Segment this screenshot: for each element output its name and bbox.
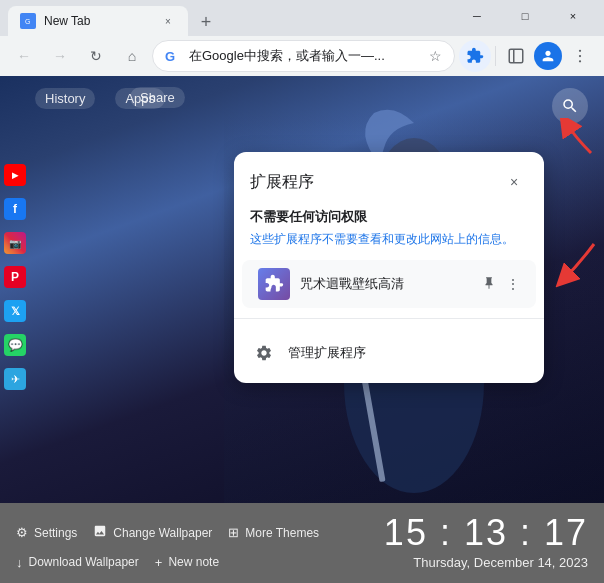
popup-title: 扩展程序 [250, 172, 314, 193]
share-area: Share [130, 88, 185, 106]
download-wallpaper-action[interactable]: ↓ Download Wallpaper [16, 555, 139, 570]
svg-text:G: G [165, 49, 175, 64]
clock-display: 15 : 13 : 17 [384, 515, 588, 551]
back-button[interactable]: ← [8, 40, 40, 72]
new-tab-button[interactable]: + [192, 8, 220, 36]
browser-tab[interactable]: G New Tab × [8, 6, 188, 36]
google-icon: G [165, 48, 181, 64]
reload-button[interactable]: ↻ [80, 40, 112, 72]
themes-action[interactable]: ⊞ More Themes [228, 525, 319, 540]
forward-button[interactable]: → [44, 40, 76, 72]
svg-point-7 [579, 60, 581, 62]
arrow-to-manage [539, 239, 599, 293]
home-button[interactable]: ⌂ [116, 40, 148, 72]
window-controls: ─ □ × [454, 2, 596, 36]
minimize-button[interactable]: ─ [454, 2, 500, 30]
toolbar-right [459, 40, 596, 72]
sidebar-icon [507, 47, 525, 65]
popup-close-button[interactable]: × [500, 168, 528, 196]
share-button[interactable]: Share [130, 87, 185, 108]
browser-frame: G New Tab × + ─ □ × ← → ↻ ⌂ G 在Google中搜索… [0, 0, 604, 583]
settings-icon: ⚙ [16, 525, 28, 540]
extension-icon [258, 268, 290, 300]
bottom-actions-row2: ↓ Download Wallpaper + New note [16, 555, 219, 570]
settings-label: Settings [34, 526, 77, 540]
popup-description: 这些扩展程序不需要查看和更改此网站上的信息。 [234, 230, 544, 260]
extension-name: 咒术迴戰壁纸高清 [300, 275, 472, 293]
title-bar: G New Tab × + ─ □ × [0, 0, 604, 36]
bottom-bar-bottom: ↓ Download Wallpaper + New note Thursday… [0, 555, 604, 576]
popup-divider [234, 318, 544, 319]
sidebar-icon-youtube[interactable]: ▶ [4, 164, 26, 186]
red-arrow-manage [539, 239, 599, 289]
address-bar[interactable]: G 在Google中搜索，或者输入一—... ☆ [152, 40, 455, 72]
new-note-label: New note [168, 555, 219, 569]
svg-text:G: G [25, 18, 30, 25]
bottom-bar: ⚙ Settings Change Wallpaper ⊞ More Theme… [0, 503, 604, 583]
sidebar-icon-whatsapp[interactable]: 💬 [4, 334, 26, 356]
extension-icon [466, 47, 484, 65]
extension-popup: 扩展程序 × 不需要任何访问权限 这些扩展程序不需要查看和更改此网站上的信息。 … [234, 152, 544, 383]
sidebar-icon-twitter[interactable]: 𝕏 [4, 300, 26, 322]
popup-header: 扩展程序 × [234, 152, 544, 204]
profile-icon [540, 48, 556, 64]
new-note-icon: + [155, 555, 163, 570]
sidebar-icon-pinterest[interactable]: P [4, 266, 26, 288]
nav-bar: ← → ↻ ⌂ G 在Google中搜索，或者输入一—... ☆ [0, 36, 604, 76]
bottom-actions: ⚙ Settings Change Wallpaper ⊞ More Theme… [16, 524, 319, 541]
svg-point-6 [579, 55, 581, 57]
gear-icon [255, 344, 273, 362]
page-content: ▶ f 📷 P 𝕏 💬 ✈ History Apps Share [0, 76, 604, 503]
pin-icon[interactable] [482, 276, 496, 293]
red-arrow-top [546, 118, 596, 158]
sidebar-icon-telegram[interactable]: ✈ [4, 368, 26, 390]
wallpaper-icon [93, 524, 107, 541]
history-link[interactable]: History [35, 88, 95, 109]
bottom-bar-top: ⚙ Settings Change Wallpaper ⊞ More Theme… [0, 511, 604, 555]
toolbar-divider [495, 46, 496, 66]
download-label: Download Wallpaper [29, 555, 139, 569]
search-icon [561, 97, 579, 115]
extension-more-button[interactable]: ⋮ [506, 276, 520, 292]
pin-svg-icon [482, 276, 496, 290]
menu-icon [571, 47, 589, 65]
arrow-to-extension [546, 118, 596, 162]
menu-button[interactable] [564, 40, 596, 72]
themes-label: More Themes [245, 526, 319, 540]
tab-close-btn[interactable]: × [160, 13, 176, 29]
manage-extensions-label: 管理扩展程序 [288, 344, 366, 362]
sidebar-icon-instagram[interactable]: 📷 [4, 232, 26, 254]
download-icon: ↓ [16, 555, 23, 570]
svg-point-5 [579, 50, 581, 52]
ext-icon-shape [264, 274, 284, 294]
address-text: 在Google中搜索，或者输入一—... [189, 47, 421, 65]
manage-icon [250, 339, 278, 367]
close-button[interactable]: × [550, 2, 596, 30]
sidebar-button[interactable] [500, 40, 532, 72]
themes-icon: ⊞ [228, 525, 239, 540]
new-note-action[interactable]: + New note [155, 555, 219, 570]
left-sidebar: ▶ f 📷 P 𝕏 💬 ✈ [0, 156, 28, 398]
bookmark-icon[interactable]: ☆ [429, 48, 442, 64]
profile-button[interactable] [534, 42, 562, 70]
clock-area: 15 : 13 : 17 [384, 515, 588, 551]
tab-favicon: G [20, 13, 36, 29]
tab-title: New Tab [44, 14, 152, 28]
extensions-button[interactable] [459, 40, 491, 72]
sidebar-icon-facebook[interactable]: f [4, 198, 26, 220]
manage-extensions-row[interactable]: 管理扩展程序 [234, 329, 544, 383]
extension-row: 咒术迴戰壁纸高清 ⋮ [242, 260, 536, 308]
settings-action[interactable]: ⚙ Settings [16, 525, 77, 540]
popup-section-title: 不需要任何访问权限 [234, 204, 544, 230]
wallpaper-action[interactable]: Change Wallpaper [93, 524, 212, 541]
date-display: Thursday, December 14, 2023 [413, 555, 588, 570]
maximize-button[interactable]: □ [502, 2, 548, 30]
svg-rect-3 [509, 49, 523, 63]
wallpaper-label: Change Wallpaper [113, 526, 212, 540]
